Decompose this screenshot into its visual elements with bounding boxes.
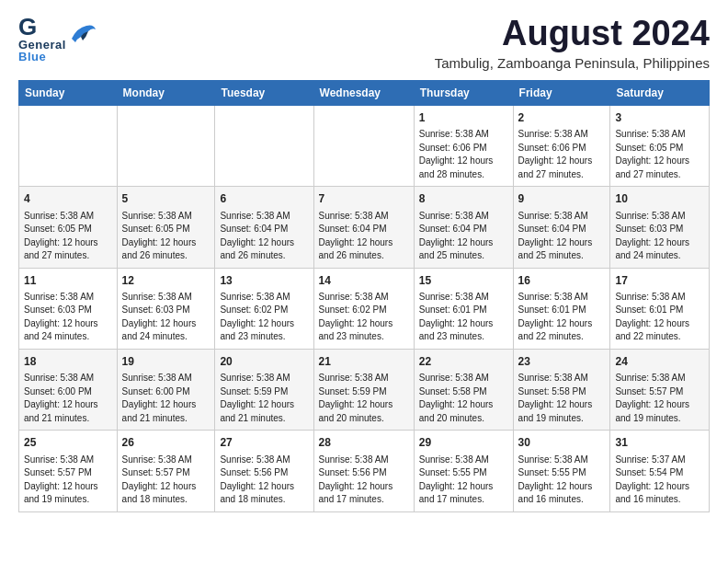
table-row: 15Sunrise: 5:38 AMSunset: 6:01 PMDayligh… (414, 268, 513, 349)
col-saturday: Saturday (610, 80, 710, 105)
day-number: 18 (24, 354, 112, 370)
table-row: 29Sunrise: 5:38 AMSunset: 5:55 PMDayligh… (414, 431, 513, 511)
day-info: Sunrise: 5:38 AMSunset: 5:59 PMDaylight:… (220, 372, 308, 425)
day-number: 17 (615, 273, 704, 289)
col-monday: Monday (117, 80, 215, 105)
table-row: 11Sunrise: 5:38 AMSunset: 6:03 PMDayligh… (19, 268, 118, 349)
table-row: 19Sunrise: 5:38 AMSunset: 6:00 PMDayligh… (117, 349, 215, 430)
table-row: 18Sunrise: 5:38 AMSunset: 6:00 PMDayligh… (19, 349, 118, 430)
table-row: 28Sunrise: 5:38 AMSunset: 5:56 PMDayligh… (313, 431, 414, 511)
day-info: Sunrise: 5:38 AMSunset: 6:03 PMDaylight:… (615, 210, 704, 263)
table-row: 20Sunrise: 5:38 AMSunset: 5:59 PMDayligh… (215, 349, 313, 430)
calendar-week-row: 11Sunrise: 5:38 AMSunset: 6:03 PMDayligh… (19, 268, 710, 349)
day-number: 26 (122, 435, 210, 451)
table-row: 24Sunrise: 5:38 AMSunset: 5:57 PMDayligh… (610, 349, 710, 430)
table-row: 27Sunrise: 5:38 AMSunset: 5:56 PMDayligh… (215, 431, 313, 511)
page: G General Blue August 2024 Tambulig, Zam… (0, 0, 728, 527)
table-row: 1Sunrise: 5:38 AMSunset: 6:06 PMDaylight… (414, 105, 513, 186)
day-info: Sunrise: 5:37 AMSunset: 5:54 PMDaylight:… (615, 454, 704, 507)
day-number: 14 (319, 273, 409, 289)
day-number: 27 (220, 435, 308, 451)
day-info: Sunrise: 5:38 AMSunset: 6:01 PMDaylight:… (419, 291, 508, 344)
day-number: 4 (24, 191, 112, 207)
day-info: Sunrise: 5:38 AMSunset: 5:59 PMDaylight:… (319, 372, 409, 425)
table-row: 9Sunrise: 5:38 AMSunset: 6:04 PMDaylight… (513, 187, 610, 268)
day-number: 19 (122, 354, 210, 370)
table-row: 5Sunrise: 5:38 AMSunset: 6:05 PMDaylight… (117, 187, 215, 268)
day-number: 28 (319, 435, 409, 451)
table-row: 10Sunrise: 5:38 AMSunset: 6:03 PMDayligh… (610, 187, 710, 268)
day-number: 2 (518, 110, 606, 126)
day-info: Sunrise: 5:38 AMSunset: 6:06 PMDaylight:… (518, 128, 606, 181)
table-row: 14Sunrise: 5:38 AMSunset: 6:02 PMDayligh… (313, 268, 414, 349)
day-number: 12 (122, 273, 210, 289)
table-row: 26Sunrise: 5:38 AMSunset: 5:57 PMDayligh… (117, 431, 215, 511)
day-number: 29 (419, 435, 508, 451)
logo-blue-text: Blue (18, 51, 66, 63)
day-info: Sunrise: 5:38 AMSunset: 6:00 PMDaylight:… (122, 372, 210, 425)
day-number: 16 (518, 273, 606, 289)
day-number: 30 (518, 435, 606, 451)
table-row: 12Sunrise: 5:38 AMSunset: 6:03 PMDayligh… (117, 268, 215, 349)
day-number: 13 (220, 273, 308, 289)
day-info: Sunrise: 5:38 AMSunset: 6:05 PMDaylight:… (122, 210, 210, 263)
day-info: Sunrise: 5:38 AMSunset: 6:04 PMDaylight:… (319, 210, 409, 263)
table-row: 8Sunrise: 5:38 AMSunset: 6:04 PMDaylight… (414, 187, 513, 268)
day-number: 7 (319, 191, 409, 207)
table-row: 2Sunrise: 5:38 AMSunset: 6:06 PMDaylight… (513, 105, 610, 186)
table-row: 3Sunrise: 5:38 AMSunset: 6:05 PMDaylight… (610, 105, 710, 186)
day-info: Sunrise: 5:38 AMSunset: 6:06 PMDaylight:… (419, 128, 508, 181)
col-wednesday: Wednesday (313, 80, 414, 105)
day-number: 1 (419, 110, 508, 126)
table-row: 23Sunrise: 5:38 AMSunset: 5:58 PMDayligh… (513, 349, 610, 430)
day-info: Sunrise: 5:38 AMSunset: 6:01 PMDaylight:… (518, 291, 606, 344)
table-row (215, 105, 313, 186)
day-number: 24 (615, 354, 704, 370)
day-info: Sunrise: 5:38 AMSunset: 5:58 PMDaylight:… (419, 372, 508, 425)
day-number: 20 (220, 354, 308, 370)
day-number: 11 (24, 273, 112, 289)
title-area: August 2024 Tambulig, Zamboanga Peninsul… (435, 15, 710, 71)
location-subtitle: Tambulig, Zamboanga Peninsula, Philippin… (435, 55, 710, 71)
table-row (19, 105, 118, 186)
day-number: 5 (122, 191, 210, 207)
day-info: Sunrise: 5:38 AMSunset: 5:57 PMDaylight:… (24, 454, 112, 507)
day-number: 9 (518, 191, 606, 207)
logo-bird-icon (68, 20, 97, 52)
calendar-week-row: 18Sunrise: 5:38 AMSunset: 6:00 PMDayligh… (19, 349, 710, 430)
day-number: 25 (24, 435, 112, 451)
logo: G General Blue (18, 15, 97, 63)
day-info: Sunrise: 5:38 AMSunset: 5:55 PMDaylight:… (419, 454, 508, 507)
calendar-table: Sunday Monday Tuesday Wednesday Thursday… (18, 80, 710, 512)
day-number: 23 (518, 354, 606, 370)
col-friday: Friday (513, 80, 610, 105)
day-number: 22 (419, 354, 508, 370)
col-tuesday: Tuesday (215, 80, 313, 105)
table-row: 21Sunrise: 5:38 AMSunset: 5:59 PMDayligh… (313, 349, 414, 430)
table-row: 4Sunrise: 5:38 AMSunset: 6:05 PMDaylight… (19, 187, 118, 268)
table-row: 25Sunrise: 5:38 AMSunset: 5:57 PMDayligh… (19, 431, 118, 511)
table-row: 13Sunrise: 5:38 AMSunset: 6:02 PMDayligh… (215, 268, 313, 349)
day-info: Sunrise: 5:38 AMSunset: 5:58 PMDaylight:… (518, 372, 606, 425)
day-number: 31 (615, 435, 704, 451)
day-number: 21 (319, 354, 409, 370)
day-info: Sunrise: 5:38 AMSunset: 5:55 PMDaylight:… (518, 454, 606, 507)
month-year-title: August 2024 (435, 15, 710, 53)
day-info: Sunrise: 5:38 AMSunset: 6:01 PMDaylight:… (615, 291, 704, 344)
col-thursday: Thursday (414, 80, 513, 105)
calendar-week-row: 25Sunrise: 5:38 AMSunset: 5:57 PMDayligh… (19, 431, 710, 511)
table-row: 17Sunrise: 5:38 AMSunset: 6:01 PMDayligh… (610, 268, 710, 349)
calendar-week-row: 4Sunrise: 5:38 AMSunset: 6:05 PMDaylight… (19, 187, 710, 268)
day-number: 6 (220, 191, 308, 207)
table-row: 7Sunrise: 5:38 AMSunset: 6:04 PMDaylight… (313, 187, 414, 268)
day-number: 15 (419, 273, 508, 289)
table-row: 22Sunrise: 5:38 AMSunset: 5:58 PMDayligh… (414, 349, 513, 430)
day-info: Sunrise: 5:38 AMSunset: 5:56 PMDaylight:… (319, 454, 409, 507)
day-number: 3 (615, 110, 704, 126)
calendar-header-row: Sunday Monday Tuesday Wednesday Thursday… (19, 80, 710, 105)
table-row: 30Sunrise: 5:38 AMSunset: 5:55 PMDayligh… (513, 431, 610, 511)
header: G General Blue August 2024 Tambulig, Zam… (18, 15, 710, 71)
day-info: Sunrise: 5:38 AMSunset: 6:04 PMDaylight:… (419, 210, 508, 263)
day-info: Sunrise: 5:38 AMSunset: 5:57 PMDaylight:… (122, 454, 210, 507)
day-info: Sunrise: 5:38 AMSunset: 6:02 PMDaylight:… (220, 291, 308, 344)
